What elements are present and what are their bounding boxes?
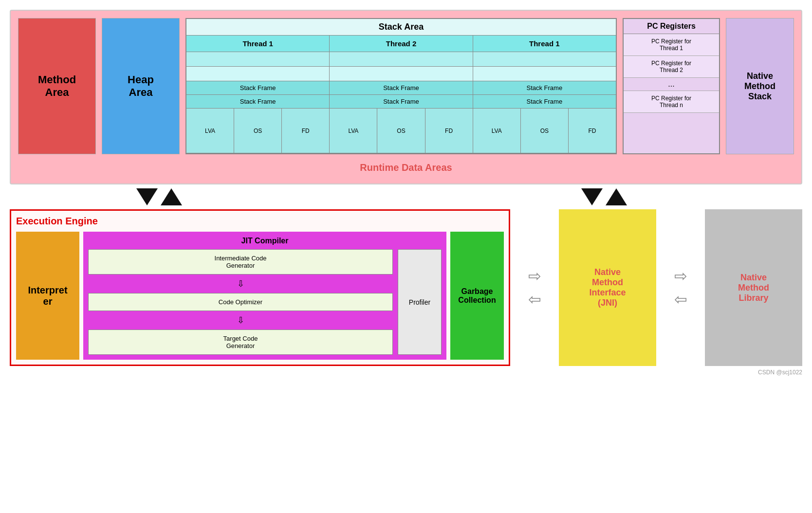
lva-cell-2: LVA <box>330 109 377 153</box>
native-method-library: Native Method Library <box>705 209 802 366</box>
garbage-collection: Garbage Collection <box>450 232 504 360</box>
thread-2-header: Thread 2 <box>330 36 472 52</box>
arrows-section <box>10 184 802 209</box>
thread-3-header: Thread 1 <box>473 36 616 52</box>
runtime-label: Runtime Data Areas <box>18 159 794 176</box>
heap-area: Heap Area <box>102 18 180 154</box>
jit-step-3: Target Code Generator <box>88 330 393 355</box>
native-method-stack-label: Native Method Stack <box>744 71 775 102</box>
double-arrows-nmi-nml: ⇨ ⇦ <box>666 209 695 366</box>
stack-area: Stack Area Thread 1 Stack Frame Stack Fr… <box>185 18 617 154</box>
jit-step-2: Code Optimizer <box>88 293 393 311</box>
right-arrows <box>581 188 627 205</box>
profiler-box: Profiler <box>398 249 442 355</box>
double-arrows-ee-nmi: ⇨ ⇦ <box>520 209 549 366</box>
pc-register-1: PC Register for Thread 1 <box>624 34 719 56</box>
hollow-left-arrow-2: ⇦ <box>674 290 687 309</box>
pc-registers-title: PC Registers <box>624 19 719 34</box>
execution-engine: Execution Engine Interpret er JIT Compil… <box>10 209 510 366</box>
os-cell-2: OS <box>377 109 425 153</box>
os-cell-3: OS <box>521 109 569 153</box>
fd-cell-3: FD <box>569 109 616 153</box>
lva-cell-3: LVA <box>473 109 521 153</box>
left-arrow-pair <box>136 188 182 205</box>
jit-step-1: Intermediate Code Generator <box>88 249 393 275</box>
fd-cell-1: FD <box>282 109 329 153</box>
thread-empty-5 <box>473 52 616 67</box>
arrow-up-left <box>161 188 182 205</box>
pc-register-2: PC Register for Thread 2 <box>624 56 719 78</box>
left-arrows <box>136 188 182 205</box>
jit-steps: Intermediate Code Generator ⇩ Code Optim… <box>88 249 393 355</box>
thread-empty-6 <box>473 67 616 81</box>
pc-dots: ... <box>624 78 719 91</box>
hollow-left-arrow-1: ⇦ <box>528 290 541 309</box>
heap-area-label: Heap Area <box>128 73 154 99</box>
pc-register-n: PC Register for Thread n <box>624 91 719 113</box>
stack-frame-row-3: Stack Frame <box>330 81 472 95</box>
stack-frame-row-6: Stack Frame <box>473 95 616 109</box>
execution-engine-title: Execution Engine <box>16 216 504 227</box>
arrow-up-right <box>606 188 627 205</box>
native-method-stack: Native Method Stack <box>726 18 794 154</box>
thread-empty-1 <box>186 52 329 67</box>
nml-label: Native Method Library <box>738 273 769 303</box>
fd-cell-2: FD <box>425 109 473 153</box>
thread-1-header: Thread 1 <box>186 36 329 52</box>
jit-arrow-2: ⇩ <box>237 315 244 326</box>
jit-arrow-1: ⇩ <box>237 278 244 289</box>
stack-frame-row-5: Stack Frame <box>473 81 616 95</box>
right-arrow-pair <box>581 188 627 205</box>
nmi-label: Native Method Interface (JNI) <box>589 267 626 308</box>
method-area-label: Method Area <box>38 73 76 99</box>
watermark: CSDN @scj1022 <box>10 366 802 376</box>
main-container: Method Area Heap Area Stack Area Thread … <box>10 10 802 376</box>
interpreter-label: Interpret er <box>28 285 67 307</box>
bottom-section: Execution Engine Interpret er JIT Compil… <box>10 209 802 366</box>
stack-frame-row-2: Stack Frame <box>186 95 329 109</box>
runtime-section: Method Area Heap Area Stack Area Thread … <box>10 10 802 184</box>
interpreter-box: Interpret er <box>16 232 79 360</box>
thread-col-1: Thread 1 Stack Frame Stack Frame LVA OS … <box>186 36 330 153</box>
lva-os-fd-3: LVA OS FD <box>473 109 616 153</box>
runtime-inner: Method Area Heap Area Stack Area Thread … <box>18 18 794 154</box>
thread-empty-2 <box>186 67 329 81</box>
thread-col-2: Thread 2 Stack Frame Stack Frame LVA OS … <box>330 36 473 153</box>
arrow-down-left <box>136 188 158 205</box>
stack-frame-row-4: Stack Frame <box>330 95 472 109</box>
jit-inner: Intermediate Code Generator ⇩ Code Optim… <box>88 249 442 355</box>
lva-os-fd-1: LVA OS FD <box>186 109 329 153</box>
pc-registers: PC Registers PC Register for Thread 1 PC… <box>623 18 720 154</box>
stack-area-title: Stack Area <box>186 19 616 36</box>
stack-threads: Thread 1 Stack Frame Stack Frame LVA OS … <box>186 36 616 153</box>
hollow-right-arrow-1: ⇨ <box>528 267 541 285</box>
jit-container: JIT Compiler Intermediate Code Generator… <box>83 232 446 360</box>
stack-frame-row-1: Stack Frame <box>186 81 329 95</box>
thread-empty-3 <box>330 52 472 67</box>
execution-inner: Interpret er JIT Compiler Intermediate C… <box>16 232 504 360</box>
hollow-right-arrow-2: ⇨ <box>674 267 687 285</box>
os-cell-1: OS <box>234 109 282 153</box>
jit-title: JIT Compiler <box>88 237 442 245</box>
thread-empty-4 <box>330 67 472 81</box>
thread-col-3: Thread 1 Stack Frame Stack Frame LVA OS … <box>473 36 616 153</box>
native-method-interface: Native Method Interface (JNI) <box>559 209 656 366</box>
lva-cell-1: LVA <box>186 109 234 153</box>
method-area: Method Area <box>18 18 96 154</box>
arrow-down-right <box>581 188 603 205</box>
garbage-collection-label: Garbage Collection <box>458 287 496 305</box>
lva-os-fd-2: LVA OS FD <box>330 109 472 153</box>
